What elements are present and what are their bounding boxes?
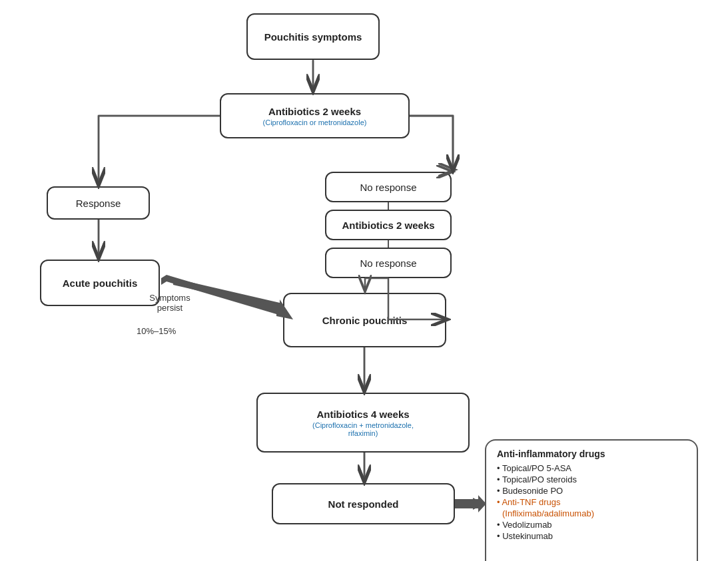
no-response-1-box: No response (325, 172, 452, 202)
response-box: Response (47, 186, 150, 220)
antibiotics-2w-top-box: Antibiotics 2 weeks (Ciprofloxacin or me… (220, 93, 410, 138)
anti-item-2: • Topical/PO steroids (497, 474, 686, 484)
anti-inflammatory-title: Anti-inflammatory drugs (497, 449, 686, 459)
antibiotics-4w-sub: (Ciprofloxacin + metronidazole,rifaximin… (312, 421, 414, 437)
pouchitis-symptoms-label: Pouchitis symptoms (264, 31, 362, 43)
not-responded-label: Not responded (328, 498, 399, 510)
no-response-1-label: No response (360, 182, 416, 193)
no-response-2-box: No response (325, 248, 452, 278)
anti-item-4: • Anti-TNF drugs (497, 497, 686, 507)
antibiotics-2w-mid-label: Antibiotics 2 weeks (342, 220, 434, 231)
not-responded-box: Not responded (272, 483, 455, 524)
antibiotics-4w-box: Antibiotics 4 weeks (Ciprofloxacin + met… (256, 393, 470, 453)
response-label: Response (76, 198, 121, 209)
percent-label: 10%–15% (137, 326, 176, 336)
anti-item-6: • Vedolizumab (497, 520, 686, 530)
chronic-pouchitis-box: Chronic pouchitis (283, 293, 446, 347)
svg-marker-19 (473, 498, 485, 510)
anti-inflammatory-box: Anti-inflammatory drugs • Topical/PO 5-A… (485, 439, 698, 561)
antibiotics-2w-top-sub: (Ciprofloxacin or metronidazole) (263, 118, 367, 126)
antibiotics-4w-label: Antibiotics 4 weeks (316, 409, 409, 420)
anti-item-7: • Ustekinumab (497, 531, 686, 541)
anti-item-5: (Infliximab/adalimumab) (497, 508, 686, 518)
anti-item-3: • Budesonide PO (497, 486, 686, 496)
acute-pouchitis-label: Acute pouchitis (63, 278, 138, 289)
svg-marker-29 (455, 495, 486, 512)
symptoms-persist-label: Symptomspersist (133, 293, 206, 313)
antibiotics-2w-top-label: Antibiotics 2 weeks (268, 106, 361, 117)
flowchart-diagram: Pouchitis symptoms Antibiotics 2 weeks (… (0, 0, 728, 561)
antibiotics-2w-mid-box: Antibiotics 2 weeks (325, 210, 452, 240)
pouchitis-symptoms-box: Pouchitis symptoms (246, 13, 380, 60)
anti-item-1: • Topical/PO 5-ASA (497, 463, 686, 473)
chronic-pouchitis-label: Chronic pouchitis (322, 315, 408, 326)
no-response-2-label: No response (360, 258, 416, 269)
